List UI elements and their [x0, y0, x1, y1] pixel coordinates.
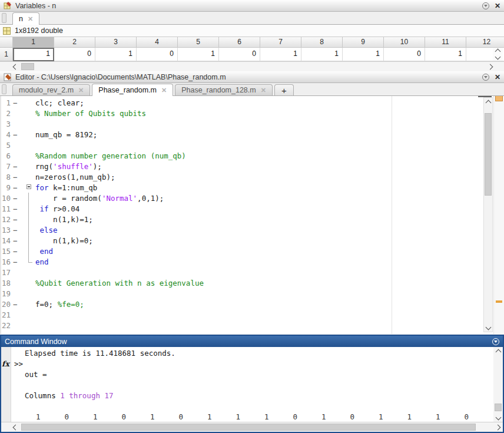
tab-modulo_rev_2.m[interactable]: modulo_rev_2.m✕: [12, 84, 90, 95]
breakpoint-column[interactable]: −: [11, 173, 19, 181]
scroll-thumb[interactable]: [21, 63, 34, 70]
column-header-2[interactable]: 2: [54, 37, 95, 48]
scroll-right-button[interactable]: [493, 422, 502, 432]
column-header-5[interactable]: 5: [178, 37, 219, 48]
breakpoint-column[interactable]: −: [11, 300, 19, 309]
code-line-19[interactable]: 19: [1, 288, 480, 299]
code-line-12[interactable]: 12− n(1,k)=1;: [1, 214, 480, 224]
table-cell[interactable]: 1: [425, 48, 466, 61]
tab-close-icon[interactable]: ✕: [261, 87, 266, 94]
tab-close-icon[interactable]: ✕: [161, 87, 167, 94]
tab-Phase_random.m[interactable]: Phase_random.m✕: [92, 84, 173, 96]
column-header-12[interactable]: 12: [466, 37, 504, 48]
table-cell[interactable]: 1: [178, 48, 219, 61]
breakpoint-column[interactable]: −: [11, 247, 19, 256]
code-line-7[interactable]: 7−rng('shuffle');: [1, 161, 480, 171]
fx-icon[interactable]: fx: [2, 359, 9, 368]
panel-menu-icon[interactable]: [492, 338, 499, 345]
code-line-11[interactable]: 11− if r>0.04: [1, 203, 480, 214]
column-header-1[interactable]: 1: [13, 37, 54, 48]
analyzer-status-box[interactable]: [495, 96, 503, 101]
tab-close-icon[interactable]: ✕: [78, 87, 84, 94]
column-header-10[interactable]: 10: [384, 37, 425, 48]
breakpoint-column[interactable]: −: [11, 98, 19, 107]
code-line-13[interactable]: 13− else: [1, 224, 480, 235]
column-header-6[interactable]: 6: [219, 37, 260, 48]
table-cell[interactable]: 0: [137, 48, 178, 61]
splitter-handle[interactable]: [478, 96, 492, 97]
column-header-9[interactable]: 9: [343, 37, 384, 48]
panel-close-icon[interactable]: ✕: [495, 74, 500, 81]
table-cell[interactable]: 0: [219, 48, 260, 61]
code-line-2[interactable]: 2% Number of Qubits qubits: [1, 108, 480, 118]
variables-hscrollbar[interactable]: [0, 61, 504, 71]
command-prompt[interactable]: >>: [11, 359, 493, 369]
scroll-right-button[interactable]: [485, 62, 495, 71]
tab-Phase_random_128.m[interactable]: Phase_random_128.m✕: [175, 84, 273, 95]
tab-drag-handle[interactable]: [2, 84, 6, 94]
code-line-22[interactable]: 22: [1, 320, 480, 330]
table-cell[interactable]: 1: [343, 48, 384, 61]
code-line-3[interactable]: 3: [1, 118, 480, 129]
fold-column[interactable]: [25, 182, 35, 193]
editor-code-area[interactable]: 1−clc; clear;2% Number of Qubits qubits3…: [0, 96, 504, 334]
breakpoint-column[interactable]: −: [11, 183, 19, 192]
column-header-7[interactable]: 7: [260, 37, 301, 48]
scroll-down-button[interactable]: [483, 322, 493, 332]
panel-menu-icon[interactable]: [482, 2, 489, 9]
table-cell[interactable]: 0: [384, 48, 425, 61]
column-header-8[interactable]: 8: [301, 37, 343, 48]
column-header-3[interactable]: 3: [95, 37, 137, 48]
code-line-14[interactable]: 14− n(1,k)=0;: [1, 235, 480, 246]
scroll-thumb[interactable]: [485, 113, 492, 196]
editor-vscrollbar[interactable]: [483, 97, 493, 332]
column-header-4[interactable]: 4: [137, 37, 178, 48]
breakpoint-column[interactable]: −: [11, 130, 19, 139]
analyzer-warning-marker[interactable]: [496, 300, 502, 303]
scroll-thumb[interactable]: [495, 404, 502, 411]
table-row-stepper[interactable]: [493, 48, 503, 61]
code-line-21[interactable]: 21: [1, 309, 480, 320]
breakpoint-column[interactable]: −: [11, 194, 19, 203]
new-tab-button[interactable]: +: [274, 84, 294, 95]
code-line-6[interactable]: 6%Random number generation (num_qb): [1, 150, 480, 161]
scroll-left-button[interactable]: [11, 62, 20, 71]
code-line-15[interactable]: 15− end: [1, 246, 480, 256]
scroll-thumb[interactable]: [21, 424, 476, 431]
breakpoint-column[interactable]: −: [11, 236, 19, 245]
code-line-8[interactable]: 8−n=zeros(1,num_qb);: [1, 171, 480, 182]
breakpoint-column[interactable]: −: [11, 162, 19, 171]
panel-close-icon[interactable]: ✕: [495, 2, 500, 9]
scroll-up-button[interactable]: [483, 98, 493, 107]
code-line-16[interactable]: 16−end: [1, 256, 480, 267]
code-line-4[interactable]: 4−num_qb = 8192;: [1, 129, 480, 140]
code-line-18[interactable]: 18%Qubit Generation with n as eigenvalue: [1, 277, 480, 288]
command-hscrollbar[interactable]: [1, 422, 503, 432]
row-header-1[interactable]: 1: [0, 48, 13, 61]
code-line-1[interactable]: 1−clc; clear;: [1, 97, 480, 108]
command-window-body[interactable]: fx Elapsed time is 11.418681 seconds. >>…: [1, 347, 503, 422]
breakpoint-column[interactable]: −: [11, 257, 19, 266]
panel-menu-icon[interactable]: [482, 74, 489, 81]
breakpoint-column[interactable]: −: [11, 226, 19, 234]
table-cell[interactable]: 1: [260, 48, 301, 61]
code-line-5[interactable]: 5: [1, 140, 480, 150]
tab-close-icon[interactable]: ✕: [28, 16, 33, 22]
step-down-icon[interactable]: [495, 54, 501, 60]
table-cell[interactable]: 1: [13, 48, 54, 61]
scroll-up-button[interactable]: [493, 347, 503, 356]
scroll-down-button[interactable]: [493, 412, 503, 422]
code-line-9[interactable]: 9−for k=1:num_qb: [1, 182, 480, 193]
tab-variable-n[interactable]: n ✕: [12, 12, 39, 25]
breakpoint-column[interactable]: −: [11, 215, 19, 224]
table-cell[interactable]: 0: [54, 48, 95, 61]
breakpoint-column[interactable]: −: [11, 204, 19, 213]
column-header-11[interactable]: 11: [425, 37, 466, 48]
table-cell[interactable]: 1: [301, 48, 343, 61]
code-line-20[interactable]: 20−f=0; %fe=0;: [1, 299, 480, 309]
scroll-left-button[interactable]: [11, 422, 20, 432]
command-vscrollbar[interactable]: [493, 347, 503, 422]
table-cell[interactable]: 1: [95, 48, 137, 61]
code-line-10[interactable]: 10− r = random('Normal',0,1);: [1, 193, 480, 203]
code-line-17[interactable]: 17: [1, 267, 480, 277]
